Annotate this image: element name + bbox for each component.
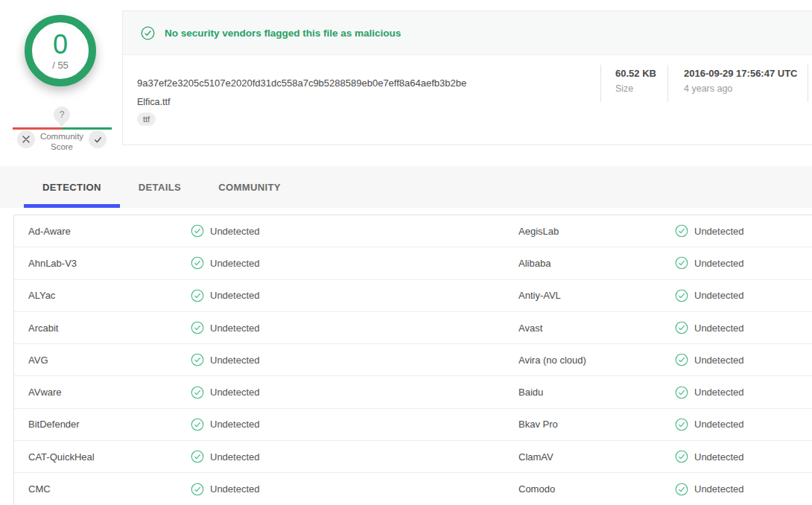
score-total: / 55	[52, 60, 69, 71]
check-circle-icon	[141, 26, 155, 40]
check-circle-icon	[191, 450, 204, 463]
community-score-label: Community Score	[32, 131, 92, 152]
community-score-widget: ? Community Score	[0, 104, 124, 156]
detection-status: Undetected	[675, 256, 812, 270]
detection-status: Undetected	[675, 386, 812, 399]
vote-harmless-button[interactable]	[89, 130, 107, 148]
vendor-name: AhnLab-V3	[28, 258, 191, 269]
vendor-name: ALYac	[28, 290, 191, 301]
tab-detection[interactable]: DETECTION	[24, 166, 120, 208]
check-circle-icon	[675, 483, 688, 496]
detection-status: Undetected	[191, 321, 518, 334]
tab-bar: DETECTION DETAILS COMMUNITY	[0, 166, 812, 208]
file-details: 9a37ef2e3205c5107e2020fd31dc558a7c9b5288…	[123, 55, 812, 144]
community-score-marker-icon: ?	[54, 107, 70, 123]
vendor-name: ClamAV	[518, 451, 675, 463]
detection-status: Undetected	[191, 386, 518, 399]
status-label: Undetected	[694, 290, 744, 301]
check-circle-icon	[675, 418, 688, 431]
vendor-name: Arcabit	[28, 323, 191, 334]
check-circle-icon	[675, 386, 688, 399]
file-size-column: 60.52 KB Size	[615, 68, 656, 94]
check-circle-icon	[675, 450, 688, 463]
table-row: Ad-Aware Undetected AegisLab Undetected	[14, 215, 812, 247]
file-size-value: 60.52 KB	[615, 68, 656, 79]
status-label: Undetected	[210, 258, 260, 269]
check-circle-icon	[191, 256, 204, 270]
table-row: AVware Undetected Baidu Undetected	[14, 376, 812, 408]
vendor-name: BitDefender	[28, 419, 191, 430]
vendor-name: AVware	[28, 387, 191, 398]
check-circle-icon	[675, 289, 688, 302]
detection-status: Undetected	[191, 224, 518, 238]
status-label: Undetected	[210, 226, 260, 237]
detection-status: Undetected	[191, 353, 518, 366]
tab-details[interactable]: DETAILS	[120, 166, 200, 208]
detection-status: Undetected	[675, 224, 812, 238]
verdict-message: No security vendors flagged this file as…	[165, 28, 401, 39]
check-circle-icon	[191, 483, 204, 496]
check-circle-icon	[675, 321, 688, 334]
virustotal-report-page: 0 / 55 ? Community Score	[0, 0, 812, 505]
vendor-name: Antiy-AVL	[518, 290, 675, 301]
analysis-date-column: 2016-09-29 17:56:47 UTC 4 years ago	[684, 68, 797, 94]
vendor-name: Avast	[518, 323, 675, 334]
divider	[808, 65, 808, 102]
table-row: ALYac Undetected Antiy-AVL Undetected	[14, 280, 812, 312]
status-label: Undetected	[210, 355, 260, 366]
check-circle-icon	[191, 224, 204, 238]
table-row: CMC Undetected Comodo Undetected	[14, 473, 812, 505]
tab-community[interactable]: COMMUNITY	[200, 166, 299, 208]
status-label: Undetected	[694, 226, 744, 237]
vendor-name: Avira (no cloud)	[518, 355, 675, 366]
detection-status: Undetected	[675, 289, 812, 302]
detection-status: Undetected	[191, 450, 518, 463]
table-row: AhnLab-V3 Undetected Alibaba Undetected	[14, 247, 812, 279]
check-icon	[93, 135, 103, 144]
vendor-name: Alibaba	[518, 258, 675, 269]
vendor-name: Ad-Aware	[28, 226, 191, 237]
status-label: Undetected	[210, 290, 260, 301]
file-type-tag[interactable]: ttf	[137, 112, 156, 126]
check-circle-icon	[191, 386, 204, 399]
table-row: Arcabit Undetected Avast Undetected	[14, 312, 812, 344]
status-label: Undetected	[694, 258, 744, 269]
check-circle-icon	[675, 353, 688, 366]
analysis-date-value: 2016-09-29 17:56:47 UTC	[684, 68, 797, 79]
file-summary-card: No security vendors flagged this file as…	[122, 10, 812, 145]
status-label: Undetected	[694, 323, 744, 334]
vendor-name: Bkav Pro	[518, 419, 675, 430]
check-circle-icon	[675, 224, 688, 238]
file-name: Elfica.ttf	[137, 97, 170, 107]
detection-score-ring: 0 / 55	[25, 15, 96, 86]
check-circle-icon	[191, 289, 204, 302]
vendor-name: CMC	[28, 483, 191, 495]
check-circle-icon	[191, 418, 204, 431]
status-label: Undetected	[694, 355, 744, 366]
file-size-label: Size	[615, 83, 656, 94]
vendor-name: Baidu	[518, 387, 675, 398]
detection-status: Undetected	[675, 483, 812, 496]
status-label: Undetected	[694, 419, 744, 430]
status-label: Undetected	[210, 323, 260, 334]
status-label: Undetected	[694, 387, 744, 398]
detection-status: Undetected	[675, 321, 812, 334]
status-label: Undetected	[694, 483, 744, 495]
file-hash: 9a37ef2e3205c5107e2020fd31dc558a7c9b5288…	[137, 77, 466, 89]
table-row: AVG Undetected Avira (no cloud) Undetect…	[14, 344, 812, 376]
vendor-name: AVG	[28, 355, 191, 366]
status-label: Undetected	[694, 451, 744, 463]
vendor-name: AegisLab	[518, 226, 675, 237]
status-label: Undetected	[210, 387, 260, 398]
divider	[667, 65, 668, 102]
detection-status: Undetected	[675, 418, 812, 431]
check-circle-icon	[675, 256, 688, 270]
detection-status: Undetected	[191, 256, 518, 270]
table-row: BitDefender Undetected Bkav Pro Undetect…	[14, 409, 812, 441]
status-label: Undetected	[210, 483, 260, 495]
detection-status: Undetected	[675, 450, 812, 463]
detection-status: Undetected	[191, 483, 518, 496]
table-row: CAT-QuickHeal Undetected ClamAV Undetect…	[14, 441, 812, 473]
check-circle-icon	[191, 321, 204, 334]
vendor-name: CAT-QuickHeal	[28, 451, 191, 463]
